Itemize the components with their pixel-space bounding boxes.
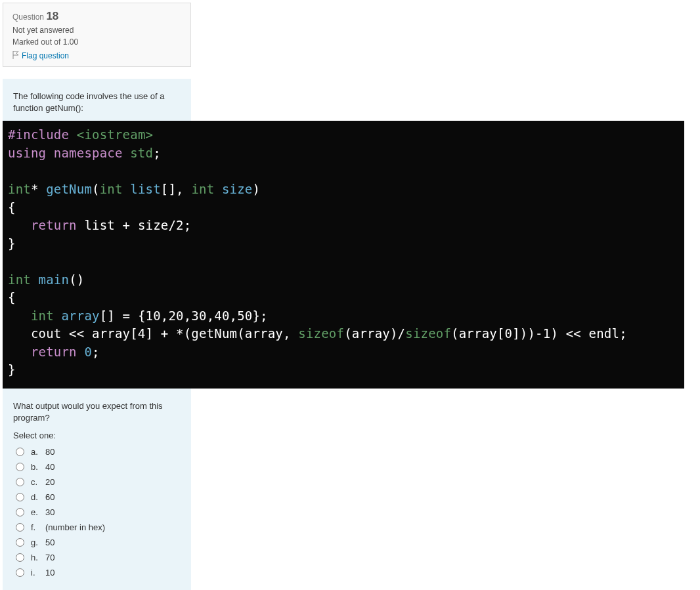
option-i-radio[interactable] [16,568,24,577]
select-prompt: Select one: [3,431,191,444]
option-letter: e. [31,507,45,517]
question-body: The following code involves the use of a… [3,79,191,590]
option-f[interactable]: f. (number in hex) [13,520,181,535]
option-h-radio[interactable] [16,553,24,562]
options-list: a. 80 b. 40 c. 20 d. 60 e. 30 f. (number… [3,444,191,590]
option-d-radio[interactable] [16,493,24,501]
option-letter: i. [31,568,45,578]
option-text: 50 [45,537,55,547]
option-e[interactable]: e. 30 [13,505,181,520]
option-b-radio[interactable] [16,463,24,471]
question-marks: Marked out of 1.00 [12,37,181,47]
option-c-radio[interactable] [16,478,24,486]
question-number-line: Question 18 [12,10,181,23]
question-number: 18 [46,10,58,22]
question-label: Question [12,12,44,22]
option-letter: a. [31,447,45,457]
option-g-radio[interactable] [16,538,24,547]
option-a[interactable]: a. 80 [13,444,181,459]
option-text: (number in hex) [45,522,105,532]
option-i[interactable]: i. 10 [13,565,181,580]
option-letter: h. [31,553,45,562]
option-b[interactable]: b. 40 [13,459,181,474]
option-text: 40 [45,462,55,472]
option-c[interactable]: c. 20 [13,474,181,490]
option-letter: f. [31,522,45,532]
option-text: 10 [45,568,55,578]
flag-question-text: Flag question [22,51,69,60]
option-text: 60 [45,492,55,502]
option-e-radio[interactable] [16,508,24,516]
option-d[interactable]: d. 60 [13,490,181,505]
option-f-radio[interactable] [16,523,24,532]
option-text: 20 [45,477,55,487]
option-letter: c. [31,477,45,487]
option-a-radio[interactable] [16,448,24,456]
question-info-box: Question 18 Not yet answered Marked out … [3,3,191,67]
flag-question-link[interactable]: Flag question [12,51,69,60]
question-after-code: What output would you expect from this p… [3,389,191,431]
option-h[interactable]: h. 70 [13,550,181,565]
option-text: 80 [45,447,55,457]
option-text: 70 [45,553,55,562]
question-status: Not yet answered [12,26,181,35]
option-letter: g. [31,537,45,547]
option-g[interactable]: g. 50 [13,535,181,550]
question-intro: The following code involves the use of a… [3,79,191,121]
option-letter: b. [31,462,45,472]
option-letter: d. [31,492,45,502]
option-text: 30 [45,507,55,517]
code-block: #include <iostream> using namespace std;… [3,121,684,389]
flag-icon [12,51,19,61]
